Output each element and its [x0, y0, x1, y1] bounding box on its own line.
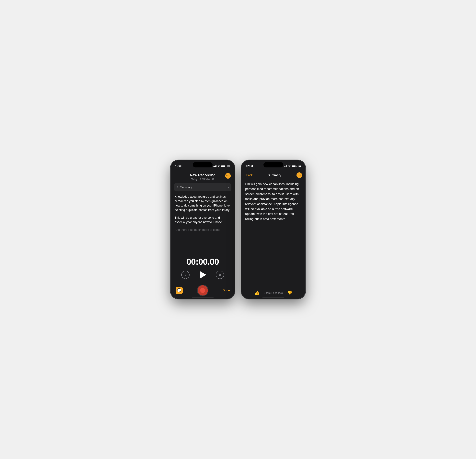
bottom-bar-1: 💬 Done	[171, 283, 235, 299]
nav-back-button[interactable]: ‹ Back	[245, 173, 253, 177]
skip-back-button[interactable]: ↺ 15	[181, 271, 189, 279]
playback-controls: ↺ 15 ↻ 15	[171, 268, 235, 283]
summary-label: Summary	[180, 186, 192, 189]
skip-back-label: 15	[185, 274, 186, 276]
battery-label-1: 100	[227, 165, 230, 167]
thumbs-down-button[interactable]: 👎	[287, 290, 292, 295]
more-button-1[interactable]: •••	[225, 173, 231, 179]
p1-title-block: New Recording Today, 12:31PM 01:42	[180, 173, 225, 181]
p1-header: New Recording Today, 12:31PM 01:42 •••	[171, 170, 235, 183]
battery-tip-1	[226, 166, 226, 167]
wifi-icon-2	[288, 165, 291, 167]
transcript-para-3: And there's so much more to come.	[175, 228, 231, 232]
skip-forward-button[interactable]: ↻ 15	[216, 271, 224, 279]
record-button[interactable]	[197, 285, 208, 296]
battery-2	[292, 165, 297, 167]
home-indicator-1	[192, 297, 214, 297]
transcript-para-1: Knowledge about features and settings, c…	[175, 194, 231, 212]
nav-title: Summary	[268, 174, 281, 177]
transcript-para-2: This will be great for everyone and espe…	[175, 216, 231, 225]
wifi-icon-1	[217, 165, 220, 167]
skip-forward-label: 15	[219, 274, 221, 276]
p2-content: ‹ Back Summary ••• Siri will gain new ca…	[241, 170, 305, 299]
summary-icon: ≡	[177, 185, 178, 189]
phone-2-screen: 12:33	[241, 160, 305, 299]
signal-bar-4	[216, 165, 216, 167]
feedback-icon: 💬	[177, 288, 181, 292]
play-triangle	[200, 271, 206, 278]
p1-title: New Recording	[180, 173, 225, 177]
signal-bars-1	[213, 165, 216, 167]
summary-row-left: ≡ Summary	[177, 185, 192, 189]
p1-content: New Recording Today, 12:31PM 01:42 ••• ≡…	[171, 170, 235, 299]
phones-container: 12:33	[171, 160, 305, 299]
signal-bars-2	[284, 165, 287, 167]
timer-display: 00:00.00	[171, 257, 235, 267]
battery-body-1	[221, 165, 225, 167]
play-button[interactable]	[198, 270, 208, 280]
timer-section: 00:00.00	[171, 253, 235, 268]
p2-body: Siri will gain new capabilities, includi…	[241, 180, 305, 288]
feedback-button[interactable]: 💬	[176, 287, 183, 294]
phone-1: 12:33	[171, 160, 235, 299]
signal-bar-2	[214, 166, 215, 167]
dynamic-island-2	[264, 162, 283, 167]
phone-2: 12:33	[241, 160, 305, 299]
battery-1	[221, 165, 226, 167]
summary-row[interactable]: ≡ Summary ›	[174, 183, 231, 191]
signal-bar-1	[213, 167, 214, 167]
status-time-2: 12:33	[246, 165, 253, 168]
signal-bar-3	[215, 166, 216, 167]
summary-chevron: ›	[228, 186, 229, 189]
nav-back-chevron: ‹	[245, 173, 246, 177]
phone-1-screen: 12:33	[171, 160, 235, 299]
home-indicator-2	[262, 297, 284, 297]
more-button-2[interactable]: •••	[297, 172, 302, 178]
more-dots-2: •••	[298, 174, 301, 176]
transcript: Knowledge about features and settings, c…	[171, 194, 235, 253]
status-time-1: 12:33	[175, 165, 182, 168]
done-button[interactable]: Done	[223, 289, 230, 292]
p2-nav: ‹ Back Summary •••	[241, 170, 305, 180]
p1-subtitle: Today, 12:31PM 01:42	[180, 178, 225, 181]
dynamic-island-1	[193, 162, 212, 167]
record-inner	[200, 288, 205, 293]
battery-fill-1	[221, 166, 225, 167]
thumbs-up-button[interactable]: 👍	[255, 290, 260, 295]
share-feedback-label: Share Feedback	[264, 292, 283, 294]
status-icons-1: 100	[213, 165, 230, 167]
more-dots-1: •••	[226, 175, 230, 177]
summary-text: Siri will gain new capabilities, includi…	[245, 182, 301, 221]
nav-back-label: Back	[246, 174, 253, 177]
battery-label-2: 100	[298, 165, 301, 167]
status-icons-2: 100	[284, 165, 301, 167]
